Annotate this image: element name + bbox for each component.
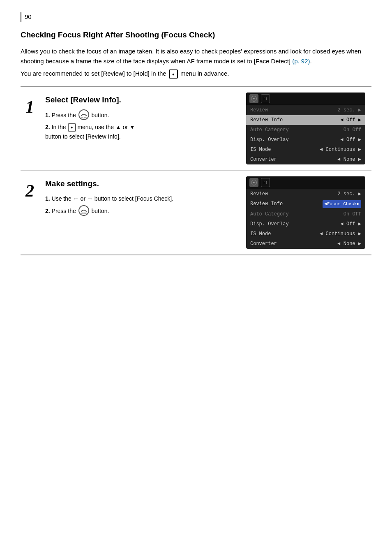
svg-text:MENU: MENU: [81, 116, 87, 119]
step-1-substeps: 1. Press the MENU button. 2. In the ● me…: [45, 110, 234, 142]
step-2-image: ● ↑↑ Review 2 sec. ▶ Review Info ◄Focus …: [240, 171, 371, 255]
camera-menu-1: ● ↑↑ Review 2 sec. ▶ Review Info ◄ Off ▶…: [246, 93, 365, 164]
menu-icon-step1: ●: [68, 123, 76, 132]
page-link[interactable]: (p. 92): [292, 58, 310, 65]
step-1-content: Select [Review Info]. 1. Press the MENU …: [45, 87, 240, 170]
recommendation-text: You are recommended to set [Review] to […: [21, 69, 371, 79]
or-text-2: or: [81, 195, 85, 202]
step-1-row: 1 Select [Review Info]. 1. Press the MEN…: [21, 87, 371, 171]
step-2-row: 2 Make settings. 1. Use the ← or → butto…: [21, 171, 371, 255]
svg-text:MENU: MENU: [81, 212, 87, 215]
step-2-heading: Make settings.: [45, 178, 234, 190]
section-title: Checking Focus Right After Shooting (Foc…: [21, 29, 371, 41]
step-2-substeps: 1. Use the ← or → button to select [Focu…: [45, 194, 234, 217]
step-2-content: Make settings. 1. Use the ← or → button …: [45, 171, 240, 255]
step-1-heading: Select [Review Info].: [45, 94, 234, 106]
or-text: or: [123, 124, 128, 130]
step-1-image: ● ↑↑ Review 2 sec. ▶ Review Info ◄ Off ▶…: [240, 87, 371, 170]
menu-icon-inline: [169, 69, 178, 79]
steps-table: 1 Select [Review Info]. 1. Press the MEN…: [21, 86, 371, 255]
step-2-number: 2: [21, 171, 45, 255]
menu-button-icon-1: MENU: [78, 109, 89, 120]
menu-button-icon-2: MENU: [78, 205, 89, 216]
camera-menu-2: ● ↑↑ Review 2 sec. ▶ Review Info ◄Focus …: [246, 176, 365, 249]
step-1-number: 1: [21, 87, 45, 170]
intro-paragraph: Allows you to check the focus of an imag…: [21, 46, 371, 66]
page-number: 90: [21, 12, 32, 22]
